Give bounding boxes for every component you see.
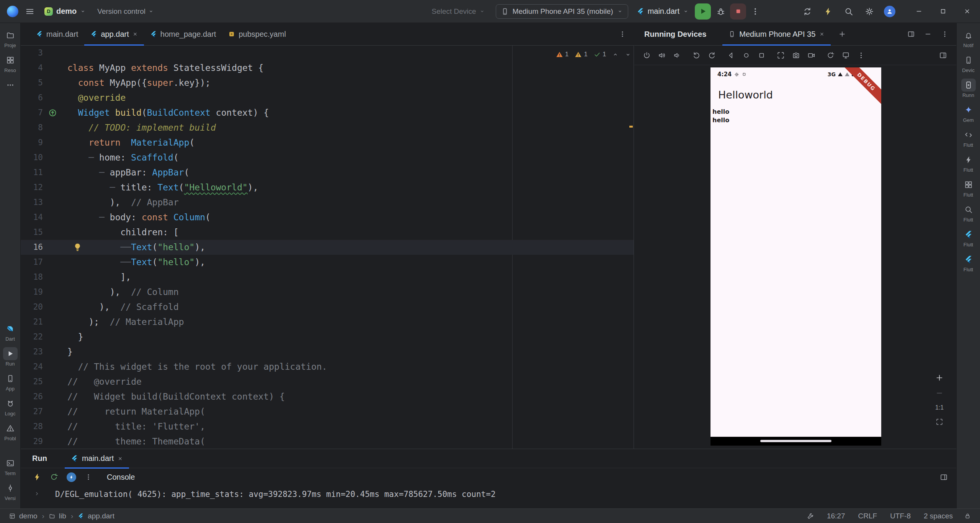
code-line[interactable]: 29// theme: ThemeData(: [21, 434, 634, 449]
code-line[interactable]: 16 ──Text("hello"),: [21, 240, 634, 255]
tab-home-page-dart[interactable]: home_page.dart: [144, 23, 222, 45]
run-configuration[interactable]: main.dart: [637, 7, 689, 16]
readonly-lock-icon[interactable]: [964, 513, 971, 519]
code-line[interactable]: 14 ─ body: const Column(: [21, 210, 634, 225]
debug-button[interactable]: [716, 7, 725, 16]
code-line[interactable]: 19 ), // Column: [21, 285, 634, 300]
run-tab-main-dart[interactable]: main.dart: [65, 449, 129, 468]
lightbulb-icon[interactable]: [73, 243, 82, 252]
indent-style[interactable]: 2 spaces: [924, 512, 953, 520]
tool-dart-analysis[interactable]: Dart: [3, 322, 18, 342]
code-line[interactable]: 3: [21, 46, 634, 61]
camera-icon[interactable]: [792, 51, 800, 59]
overview-icon[interactable]: [758, 51, 766, 59]
window-close-button[interactable]: [964, 8, 971, 15]
tool-flutter-inspector[interactable]: Flutt: [961, 203, 976, 223]
device-selector[interactable]: Medium Phone API 35 (mobile): [496, 4, 628, 19]
console-options-icon[interactable]: [85, 473, 92, 481]
code-line[interactable]: 8 // TODO: implement build: [21, 120, 634, 135]
project-widget[interactable]: D demo: [44, 7, 86, 16]
close-tab-icon[interactable]: [118, 456, 123, 461]
run-button[interactable]: [695, 3, 711, 20]
tool-resource-manager[interactable]: Reso: [3, 54, 18, 73]
inspections-widget[interactable]: 1 1 1: [556, 49, 631, 60]
code-line[interactable]: 26// Widget build(BuildContext context) …: [21, 389, 634, 404]
next-problem-icon[interactable]: [625, 51, 631, 58]
tool-version-control[interactable]: Versi: [3, 482, 18, 501]
tab-main-dart[interactable]: main.dart: [30, 23, 84, 45]
hamburger-menu-icon[interactable]: [25, 7, 34, 16]
settings-icon[interactable]: [865, 7, 874, 16]
tool-flutter-performance[interactable]: Flutt: [961, 153, 976, 173]
panel-options-icon[interactable]: [941, 30, 949, 38]
tab-app-dart[interactable]: app.dart: [84, 23, 144, 45]
select-device-dropdown[interactable]: Select Device: [431, 7, 485, 16]
code-line[interactable]: 6 @override: [21, 90, 634, 105]
code-line[interactable]: 20 ), // Scaffold: [21, 300, 634, 315]
power-icon[interactable]: [643, 51, 651, 59]
code-line[interactable]: 17 ──Text("hello"),: [21, 255, 634, 270]
tool-run[interactable]: Run: [3, 347, 18, 367]
panel-layout-icon[interactable]: [907, 30, 915, 38]
tool-app-inspection[interactable]: App: [3, 372, 18, 392]
tab-medium-phone[interactable]: Medium Phone API 35: [722, 23, 831, 45]
vcs-widget[interactable]: Version control: [97, 7, 154, 16]
volume-down-icon[interactable]: [673, 51, 681, 59]
breadcrumb[interactable]: demo › lib › app.dart: [9, 512, 114, 520]
devtools-icon[interactable]: [67, 472, 76, 482]
screen-record-icon[interactable]: [807, 51, 815, 59]
code-line[interactable]: 18 ],: [21, 270, 634, 285]
stop-button[interactable]: [730, 3, 746, 20]
fold-icon[interactable]: [34, 490, 40, 497]
line-ending[interactable]: CRLF: [858, 512, 877, 520]
console-output[interactable]: D/EGL_emulation( 4625): app_time_stats: …: [21, 486, 956, 508]
code-line[interactable]: 15 children: [: [21, 225, 634, 240]
wrench-icon[interactable]: [807, 513, 814, 520]
tool-more[interactable]: [3, 79, 18, 92]
code-line[interactable]: 23}: [21, 344, 634, 359]
code-line[interactable]: 10 ─ home: Scaffold(: [21, 150, 634, 165]
hot-restart-icon[interactable]: [50, 473, 58, 481]
tool-running-devices[interactable]: Runn: [961, 79, 976, 98]
code-line[interactable]: 21 ); // MaterialApp: [21, 315, 634, 330]
toolbar-layout-icon[interactable]: [939, 51, 947, 59]
tool-flutter-attach[interactable]: Flutt: [961, 228, 976, 248]
tool-flutter-packages[interactable]: Flutt: [961, 178, 976, 198]
tool-flutter[interactable]: Flutt: [961, 253, 976, 272]
code-line[interactable]: 12 ─ title: Text("Helloworld"),: [21, 180, 634, 195]
code-line[interactable]: 22 }: [21, 330, 634, 344]
tool-problems[interactable]: Probl: [3, 422, 18, 441]
zoom-out-button[interactable]: [935, 389, 944, 397]
code-line[interactable]: 25// @override: [21, 374, 634, 389]
window-minimize-button[interactable]: [915, 8, 923, 15]
gesture-navigation-bar[interactable]: [710, 437, 881, 446]
device-more-icon[interactable]: [857, 51, 865, 59]
encoding[interactable]: UTF-8: [890, 512, 911, 520]
close-tab-icon[interactable]: [132, 31, 138, 37]
code-line[interactable]: 9 return MaterialApp(: [21, 135, 634, 150]
tab-pubspec-yaml[interactable]: pubspec.yaml: [222, 23, 292, 45]
tool-flutter-outline[interactable]: Flutt: [961, 128, 976, 148]
tab-options-icon[interactable]: [619, 30, 626, 38]
hide-panel-icon[interactable]: [924, 30, 932, 38]
code-line[interactable]: 27// return MaterialApp(: [21, 404, 634, 419]
code-line[interactable]: 13 ), // AppBar: [21, 195, 634, 210]
search-icon[interactable]: [844, 7, 853, 16]
tool-notifications[interactable]: Notif: [961, 29, 976, 48]
emulator-screen[interactable]: 4:24 3G Helloworld hello hello DEBUG: [710, 67, 881, 446]
code-line[interactable]: 7 Widget build(BuildContext context) {: [21, 105, 634, 120]
tool-device-manager[interactable]: Devic: [961, 54, 976, 73]
code-line[interactable]: 4class MyApp extends StatelessWidget {: [21, 61, 634, 75]
home-icon[interactable]: [742, 51, 750, 59]
caret-position[interactable]: 16:27: [827, 512, 845, 520]
prev-problem-icon[interactable]: [612, 51, 619, 58]
code-line[interactable]: 24 // This widget is the root of your ap…: [21, 359, 634, 374]
tool-gemini[interactable]: Gem: [961, 103, 976, 123]
sync-icon[interactable]: [803, 7, 812, 16]
zoom-in-button[interactable]: [935, 374, 944, 382]
zoom-reset-button[interactable]: 1:1: [935, 404, 944, 411]
avatar[interactable]: [884, 6, 895, 17]
volume-up-icon[interactable]: [658, 51, 666, 59]
tool-terminal[interactable]: Term: [3, 457, 18, 476]
console-layout-icon[interactable]: [940, 473, 948, 481]
